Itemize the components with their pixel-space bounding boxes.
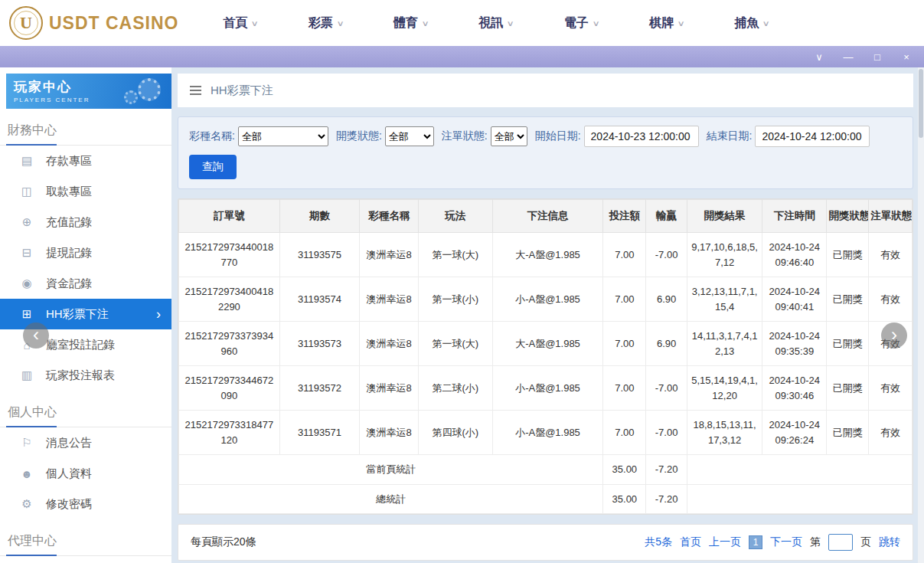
cell-result: 18,8,15,13,11,17,3,12 — [687, 411, 762, 455]
end-date-input[interactable] — [755, 126, 870, 147]
sidebar-item-player-bet-report[interactable]: ▥玩家投注報表 — [0, 360, 171, 391]
close-icon[interactable]: × — [901, 52, 912, 62]
minimize-icon[interactable]: — — [843, 52, 854, 62]
draw-status-select[interactable]: 全部 — [385, 126, 434, 146]
bets-table: 訂單號期數彩種名稱玩法下注信息投注額輸贏開獎結果下注時間開獎狀態注單狀態 215… — [178, 199, 913, 514]
column-header: 開獎狀態 — [827, 200, 869, 233]
filter-panel: 彩種名稱: 全部 開獎狀態: 全部 注單狀態: 全部 開始日期: 結束日期: 查… — [178, 116, 913, 189]
column-header: 下注信息 — [492, 200, 603, 233]
nav-item-chess[interactable]: 棋牌∨ — [649, 15, 684, 31]
summary-winloss: -7.20 — [646, 455, 687, 485]
nav-item-electronic[interactable]: 電子∨ — [564, 15, 599, 31]
top-navigation: U USDT CASINO 首頁∨彩票∨體育∨視訊∨電子∨棋牌∨捕魚∨ — [0, 0, 924, 46]
summary-amount: 35.00 — [603, 484, 646, 514]
prev-page-link[interactable]: 上一页 — [709, 535, 741, 549]
sidebar-item-withdraw[interactable]: ◫取款專區 — [0, 176, 171, 207]
table-row: 215217297334467209031193572澳洲幸运8第二球(小)小-… — [179, 366, 913, 411]
chevron-right-icon: › — [156, 306, 161, 322]
cell-bet: 大-A盤@1.985 — [492, 322, 603, 366]
sidebar-item-label: 玩家投注報表 — [46, 368, 115, 383]
sidebar-item-announcements[interactable]: ⚐消息公告 — [0, 427, 171, 458]
column-header: 訂單號 — [179, 200, 280, 233]
chevron-down-icon: ∨ — [507, 19, 514, 28]
cell-amount: 7.00 — [603, 366, 646, 411]
end-date-label: 結束日期: — [707, 129, 753, 143]
cell-time: 2024-10-24 09:46:40 — [762, 233, 827, 277]
chevron-down-icon: ∨ — [592, 19, 599, 28]
sidebar-item-hh-lottery-bets[interactable]: ⊞HH彩票下注› — [0, 299, 171, 329]
logo-text: USDT CASINO — [49, 13, 178, 34]
cell-order_status: 有效 — [869, 233, 913, 277]
lottery-name-select[interactable]: 全部 — [238, 126, 328, 146]
vertical-scrollbar[interactable] — [918, 67, 924, 563]
breadcrumb-bar: HH彩票下注 — [178, 74, 913, 107]
cell-draw_status: 已開獎 — [827, 411, 869, 455]
table-footer: 每頁顯示20條 共5条 首页 上一页 1 下一页 第 页 跳转 — [178, 524, 913, 561]
sidebar-item-cashout-records[interactable]: ⊟提現記錄 — [0, 237, 171, 268]
gear-icon: ⚙ — [20, 497, 34, 511]
order-status-label: 注單狀態: — [442, 129, 488, 143]
column-header: 注單狀態 — [869, 200, 913, 233]
sidebar-item-fund-records[interactable]: ◉資金記錄 — [0, 268, 171, 299]
nav-item-home[interactable]: 首頁∨ — [223, 15, 257, 31]
menu-icon[interactable] — [190, 90, 201, 91]
nav-item-lottery[interactable]: 彩票∨ — [309, 15, 343, 31]
cell-winloss: 6.90 — [646, 322, 687, 366]
lottery-bet-icon: ⊞ — [20, 307, 34, 321]
current-page-button[interactable]: 1 — [749, 535, 762, 549]
maximize-icon[interactable]: □ — [872, 52, 883, 62]
cell-period: 31193571 — [279, 411, 359, 455]
cell-order: 2152172973318477120 — [179, 411, 280, 455]
cell-draw_status: 已開獎 — [827, 233, 869, 277]
jump-page-input[interactable] — [828, 534, 853, 551]
cell-period: 31193575 — [279, 233, 359, 277]
summary-amount: 35.00 — [603, 455, 646, 485]
lottery-name-label: 彩種名稱: — [189, 129, 235, 143]
sidebar-item-label: 存款專區 — [46, 154, 92, 169]
scrollbar-thumb[interactable] — [919, 69, 923, 138]
cell-winloss: -7.00 — [646, 233, 687, 277]
order-status-select[interactable]: 全部 — [491, 126, 527, 146]
carousel-left-arrow-icon[interactable]: ‹ — [23, 322, 49, 349]
deposit-card-icon: ▤ — [20, 154, 34, 168]
search-button[interactable]: 查詢 — [189, 155, 237, 179]
sidebar-section-finance[interactable]: 財務中心 — [0, 116, 171, 146]
column-header: 玩法 — [419, 200, 492, 233]
carousel-right-arrow-icon[interactable]: › — [881, 322, 907, 349]
summary-label: 總統計 — [179, 484, 603, 514]
cashout-record-icon: ⊟ — [20, 246, 34, 260]
sidebar-item-change-password[interactable]: ⚙修改密碼 — [0, 489, 171, 519]
chevron-down-icon: ∨ — [422, 19, 429, 28]
sidebar-item-label: 個人資料 — [46, 466, 92, 481]
cell-result: 9,17,10,6,18,5,7,12 — [687, 233, 762, 277]
recharge-record-icon: ⊕ — [20, 215, 34, 229]
cell-play: 第一球(大) — [419, 322, 492, 366]
window-titlebar: ∨—□× — [0, 46, 924, 67]
poker-chip-icon — [138, 78, 161, 101]
column-header: 投注額 — [603, 200, 646, 233]
sidebar-item-deposit[interactable]: ▤存款專區 — [0, 146, 171, 176]
nav-item-video[interactable]: 視訊∨ — [478, 15, 513, 31]
jump-button[interactable]: 跳转 — [879, 535, 900, 549]
nav-item-label: 體育 — [393, 15, 418, 31]
cell-draw_status: 已開獎 — [827, 277, 869, 322]
first-page-link[interactable]: 首页 — [680, 535, 701, 549]
chevron-down-icon[interactable]: ∨ — [814, 52, 824, 62]
nav-item-sports[interactable]: 體育∨ — [393, 15, 428, 31]
nav-item-label: 捕魚 — [734, 15, 759, 31]
announcement-icon: ⚐ — [20, 436, 34, 450]
cell-amount: 7.00 — [603, 233, 646, 277]
nav-item-fishing[interactable]: 捕魚∨ — [734, 15, 769, 31]
start-date-input[interactable] — [584, 126, 699, 147]
chevron-down-icon: ∨ — [251, 19, 259, 28]
logo[interactable]: U USDT CASINO — [9, 6, 178, 40]
sidebar-item-profile[interactable]: ☻個人資料 — [0, 458, 171, 489]
logo-icon: U — [9, 6, 43, 40]
next-page-link[interactable]: 下一页 — [770, 535, 802, 549]
sidebar-item-label: 資金記錄 — [46, 277, 92, 291]
sidebar-section-agent[interactable]: 代理中心 — [0, 527, 171, 556]
sidebar-section-personal[interactable]: 個人中心 — [0, 398, 171, 427]
cell-bet: 小-A盤@1.985 — [492, 366, 603, 411]
sidebar-item-recharge-records[interactable]: ⊕充值記錄 — [0, 207, 171, 237]
column-header: 彩種名稱 — [360, 200, 419, 233]
